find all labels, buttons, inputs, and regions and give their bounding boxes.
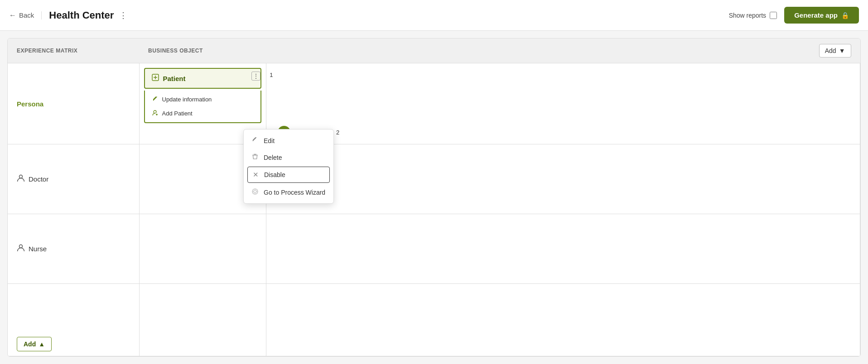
header-right: Show reports Generate app 🔒 — [729, 7, 859, 24]
nurse-icon — [17, 244, 25, 254]
doctor-row: Doctor — [8, 144, 860, 214]
edit-icon — [251, 137, 259, 144]
back-label: Back — [19, 11, 34, 19]
svg-point-7 — [19, 245, 23, 248]
empty-business-cell — [139, 284, 266, 356]
doctor-cell: Doctor — [17, 174, 130, 184]
doctor-extra-cell — [266, 144, 860, 214]
show-reports-label[interactable]: Show reports — [729, 12, 777, 19]
add-patient-icon — [152, 110, 159, 117]
patient-icon — [151, 73, 159, 83]
context-menu-delete[interactable]: Delete — [244, 149, 333, 166]
nurse-name: Nurse — [29, 245, 47, 253]
doctor-icon — [17, 174, 25, 184]
lock-icon: 🔒 — [841, 12, 849, 19]
patient-header: Patient — [144, 68, 261, 89]
persona-label-cell: Persona — [8, 63, 139, 144]
menu-number-2: 2 — [336, 129, 339, 136]
update-information-label: Update information — [162, 96, 212, 103]
row-number-1: 1 — [270, 72, 273, 78]
add-bottom-label: Add — [24, 340, 36, 348]
show-reports-checkbox[interactable] — [770, 12, 777, 19]
experience-matrix-table: EXPERIENCE MATRIX BUSINESS OBJECT Add ▼ — [8, 38, 860, 356]
chevron-up-icon: ▲ — [39, 340, 45, 348]
nurse-extra-cell — [266, 214, 860, 284]
nurse-business-cell — [139, 214, 266, 284]
nurse-row: Nurse — [8, 214, 860, 284]
context-menu-edit[interactable]: Edit — [244, 132, 333, 149]
app-header: ← Back Health Center ⋮ Show reports Gene… — [0, 0, 868, 31]
svg-point-11 — [254, 190, 256, 193]
update-information-action[interactable]: Update information — [149, 92, 257, 106]
delete-label: Delete — [264, 154, 282, 161]
nurse-cell: Nurse — [17, 244, 130, 254]
add-top-right-label: Add — [825, 47, 836, 54]
add-top-right-button[interactable]: Add ▼ — [819, 44, 851, 57]
svg-point-6 — [19, 175, 23, 178]
add-patient-label: Add Patient — [162, 110, 193, 117]
wizard-label: Go to Process Wizard — [264, 189, 325, 196]
generate-app-button[interactable]: Generate app 🔒 — [784, 7, 859, 24]
matrix-container: EXPERIENCE MATRIX BUSINESS OBJECT Add ▼ — [7, 38, 861, 357]
svg-rect-8 — [252, 155, 258, 155]
context-menu-disable[interactable]: ✕ Disable — [247, 167, 330, 183]
back-button[interactable]: ← Back — [9, 11, 42, 19]
doctor-label-cell: Doctor — [8, 144, 139, 214]
delete-icon — [251, 153, 259, 161]
generate-app-label: Generate app — [794, 11, 838, 19]
wizard-icon — [251, 188, 259, 196]
empty-extra-cell — [266, 284, 860, 356]
main-content: EXPERIENCE MATRIX BUSINESS OBJECT Add ▼ — [0, 31, 868, 364]
update-info-icon — [152, 96, 159, 103]
experience-matrix-header: EXPERIENCE MATRIX — [8, 38, 139, 63]
page-title: Health Center — [49, 10, 114, 21]
context-menu: Edit Delete ✕ Disable Go to Process Wiza… — [243, 129, 334, 204]
context-menu-wizard[interactable]: Go to Process Wizard — [244, 184, 333, 201]
svg-rect-9 — [254, 154, 256, 154]
svg-point-3 — [154, 110, 156, 113]
back-arrow-icon: ← — [9, 11, 16, 19]
empty-header-cell — [266, 63, 860, 144]
patient-actions: Update information Add Patient — [144, 91, 261, 123]
patient-wrapper: ⋮ 1 — [142, 68, 263, 139]
patient-name: Patient — [163, 75, 186, 82]
patient-more-button[interactable]: ⋮ — [251, 72, 260, 81]
nurse-label-cell: Nurse — [8, 214, 139, 284]
business-object-header: BUSINESS OBJECT — [139, 38, 266, 63]
disable-label: Disable — [264, 171, 285, 178]
edit-label: Edit — [264, 137, 275, 144]
doctor-name: Doctor — [29, 175, 48, 183]
empty-row: Add ▲ — [8, 284, 860, 356]
add-patient-action[interactable]: Add Patient — [149, 106, 257, 120]
more-options-icon[interactable]: ⋮ — [119, 10, 127, 20]
disable-icon: ✕ — [251, 171, 260, 179]
empty-label-cell: Add ▲ — [8, 284, 139, 356]
add-header-cell: Add ▼ — [266, 38, 860, 63]
show-reports-text: Show reports — [729, 12, 766, 19]
add-bottom-button[interactable]: Add ▲ — [17, 337, 52, 351]
chevron-down-icon: ▼ — [839, 47, 845, 54]
